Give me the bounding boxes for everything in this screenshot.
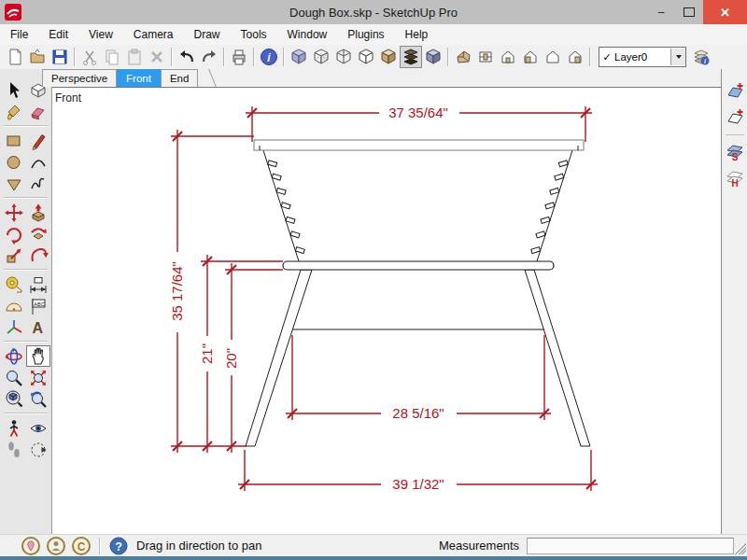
tool-scale[interactable] [2, 245, 26, 266]
model-info-icon[interactable]: i [258, 46, 280, 68]
tool-push-pull[interactable] [26, 202, 50, 223]
tool-zoom[interactable] [2, 367, 26, 388]
menu-tools[interactable]: Tools [231, 24, 277, 45]
window-title: Dough Box.skp - SketchUp Pro [0, 6, 747, 20]
face-style-hidden-line-icon[interactable] [355, 46, 377, 68]
tool-freehand[interactable] [26, 173, 50, 194]
tool-rectangle[interactable] [2, 130, 26, 151]
tool-zoom-extents[interactable] [2, 388, 26, 410]
face-style-monochrome-icon[interactable] [422, 46, 444, 68]
tool-move[interactable] [2, 202, 26, 223]
tool-offset[interactable] [26, 245, 50, 266]
right-leg [525, 270, 590, 446]
credits-icon[interactable]: C [71, 536, 92, 556]
stand-rail [283, 261, 554, 270]
view-back-icon[interactable] [542, 46, 564, 68]
new-icon[interactable] [4, 46, 26, 68]
claim-credit-icon[interactable] [46, 536, 66, 556]
tool-eraser[interactable] [26, 101, 50, 122]
maximize-button[interactable] [675, 0, 703, 24]
view-left-icon[interactable] [564, 46, 586, 68]
tool-rotate[interactable] [2, 223, 26, 245]
face-style-wireframe-icon[interactable] [332, 46, 355, 68]
erase-icon[interactable] [146, 46, 168, 68]
tab-perspective[interactable]: Perspective [42, 69, 117, 87]
add-section-outline-icon[interactable] [724, 106, 746, 129]
tool-orbit[interactable] [2, 345, 26, 367]
print-icon[interactable] [228, 46, 250, 68]
paste-icon[interactable] [123, 46, 146, 68]
tool-polygon[interactable] [2, 173, 26, 194]
tool-circle[interactable] [2, 151, 26, 173]
drawing-viewport[interactable]: Front [52, 87, 721, 534]
redo-icon[interactable] [198, 46, 220, 68]
palette-separator [4, 341, 48, 343]
dough-box-drawing: 37 35/64" 35 17/64" 21" 20" 28 5/16" 39 … [52, 88, 721, 535]
tab-front[interactable]: Front [117, 69, 161, 87]
tool-dimension[interactable] [26, 273, 50, 295]
status-bar: C ? Drag in direction to pan Measurement… [0, 534, 747, 556]
tool-arc[interactable] [26, 151, 50, 173]
geolocation-icon[interactable] [21, 536, 41, 556]
palette-separator [4, 125, 48, 127]
dovetail-notches-left [268, 161, 305, 254]
resize-grip[interactable] [735, 543, 746, 554]
view-right-icon[interactable] [519, 46, 542, 68]
tool-walk[interactable] [2, 439, 26, 460]
svg-text:ABC: ABC [34, 301, 44, 306]
face-style-shaded-icon[interactable] [377, 46, 400, 68]
lid [254, 140, 584, 150]
svg-text:?: ? [115, 539, 122, 553]
help-icon[interactable]: ? [108, 536, 129, 556]
menu-plugins[interactable]: Plugins [337, 24, 394, 45]
menu-help[interactable]: Help [395, 24, 439, 45]
tool-tape-measure[interactable] [2, 273, 26, 295]
tool-pan[interactable] [26, 345, 50, 367]
add-section-plane-icon[interactable] [724, 80, 746, 103]
view-top-icon[interactable] [474, 46, 497, 68]
minimize-button[interactable]: – [647, 0, 675, 24]
tool-protractor[interactable] [2, 295, 26, 316]
menu-edit[interactable]: Edit [38, 24, 78, 45]
face-style-xray-icon[interactable] [288, 46, 310, 68]
palette-separator [726, 134, 744, 135]
tool-3d-text[interactable]: A [26, 316, 50, 338]
close-button[interactable]: ✕ [703, 0, 747, 24]
tool-look-around[interactable] [26, 417, 50, 439]
layer-manager-icon[interactable]: i [690, 46, 712, 68]
cut-icon[interactable] [78, 46, 101, 68]
tool-follow-me[interactable] [26, 223, 50, 245]
layer-dropdown-arrow[interactable] [670, 49, 685, 65]
tool-text[interactable]: ABC [26, 295, 50, 316]
layer-dropdown[interactable]: ✓ Layer0 [599, 47, 686, 67]
tool-zoom-window[interactable] [26, 367, 50, 388]
hide-sections-icon[interactable]: H [724, 167, 746, 189]
menu-draw[interactable]: Draw [184, 24, 231, 45]
tool-select[interactable] [2, 79, 26, 101]
save-icon[interactable] [49, 46, 71, 68]
copy-icon[interactable] [101, 46, 123, 68]
tool-position-camera[interactable] [2, 417, 26, 439]
menu-camera[interactable]: Camera [123, 24, 184, 45]
tool-zoom-previous[interactable] [26, 388, 50, 410]
statusbar-separator [99, 538, 101, 554]
tool-line[interactable] [26, 130, 50, 151]
open-icon[interactable] [26, 46, 49, 68]
tool-axes[interactable] [2, 316, 26, 338]
tool-paint-bucket[interactable] [2, 101, 26, 122]
tool-section-plane[interactable] [26, 439, 50, 460]
view-front-icon[interactable] [497, 46, 519, 68]
layer-dropdown-value: Layer0 [614, 51, 670, 63]
tab-end[interactable]: End [161, 69, 198, 87]
toolbar-separator [283, 48, 285, 66]
face-style-shaded-textures-icon[interactable] [400, 46, 422, 68]
menu-view[interactable]: View [78, 24, 123, 45]
section-palette: S H [721, 69, 747, 534]
show-sections-icon[interactable]: S [724, 141, 746, 163]
menu-file[interactable]: File [0, 24, 38, 45]
face-style-back-edges-icon[interactable] [310, 46, 332, 68]
view-iso-icon[interactable] [452, 46, 474, 68]
undo-icon[interactable] [176, 46, 198, 68]
measurements-input[interactable] [527, 538, 734, 554]
menu-window[interactable]: Window [277, 24, 338, 45]
